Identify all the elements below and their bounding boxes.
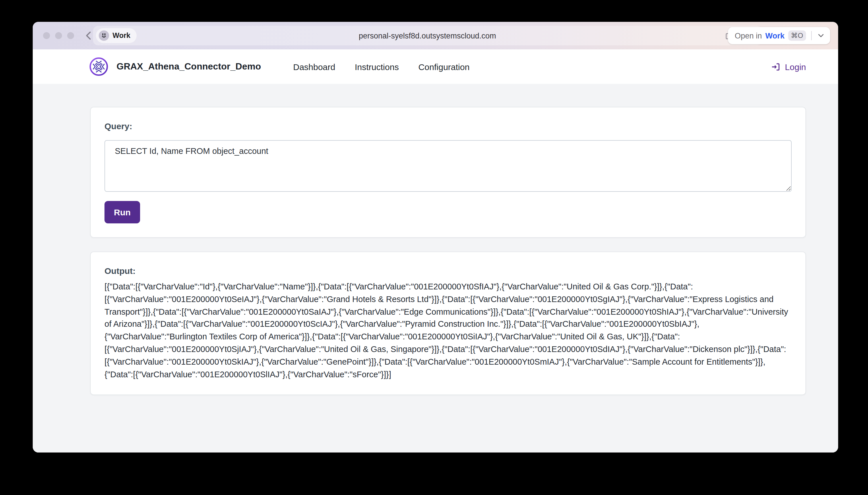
window-controls (43, 32, 74, 39)
close-window-button[interactable] (43, 32, 50, 39)
url-text: personal-syelsf8d.outsystemscloud.com (93, 31, 762, 40)
query-card: Query: SELECT Id, Name FROM object_accou… (90, 107, 806, 238)
brand[interactable]: GRAX_Athena_Connector_Demo (89, 57, 261, 76)
app-title: GRAX_Athena_Connector_Demo (117, 62, 261, 72)
main-nav: Dashboard Instructions Configuration (293, 62, 470, 71)
minimize-window-button[interactable] (55, 32, 62, 39)
login-label: Login (785, 62, 806, 71)
app-header: GRAX_Athena_Connector_Demo Dashboard Ins… (33, 49, 838, 84)
output-label: Output: (104, 266, 792, 276)
shortcut-badge: ⌘O (788, 31, 806, 41)
profile-tab-label: Work (112, 32, 130, 40)
browser-toolbar: Work personal-syelsf8d.outsystemscloud.c… (33, 22, 838, 49)
profile-tab[interactable]: Work (96, 28, 137, 43)
output-card: Output: [{"Data":[{"VarCharValue":"Id"},… (90, 252, 806, 395)
query-input[interactable]: SELECT Id, Name FROM object_account (104, 140, 792, 192)
nav-instructions[interactable]: Instructions (355, 62, 399, 71)
nav-configuration[interactable]: Configuration (418, 62, 469, 71)
login-link[interactable]: Login (771, 62, 806, 71)
desktop: Work personal-syelsf8d.outsystemscloud.c… (0, 0, 868, 495)
profile-avatar (99, 31, 109, 41)
run-button[interactable]: Run (104, 201, 140, 223)
open-in-label: Open in (735, 31, 762, 40)
login-icon (771, 62, 781, 71)
zoom-window-button[interactable] (67, 32, 74, 39)
smiley-icon (101, 32, 107, 39)
open-in-work-button[interactable]: Open in Work ⌘O (728, 27, 830, 44)
nav-dashboard[interactable]: Dashboard (293, 62, 335, 71)
grax-logo-icon (89, 57, 108, 76)
query-label: Query: (104, 121, 792, 131)
browser-window: Work personal-syelsf8d.outsystemscloud.c… (33, 22, 838, 453)
button-divider (811, 31, 812, 40)
chevron-down-icon[interactable] (817, 32, 825, 40)
open-in-target: Work (765, 31, 784, 40)
page-content: Query: SELECT Id, Name FROM object_accou… (33, 84, 838, 453)
chevron-left-icon (84, 31, 92, 41)
address-bar[interactable]: Work personal-syelsf8d.outsystemscloud.c… (93, 26, 762, 45)
output-text: [{"Data":[{"VarCharValue":"Id"},{"VarCha… (104, 281, 792, 381)
